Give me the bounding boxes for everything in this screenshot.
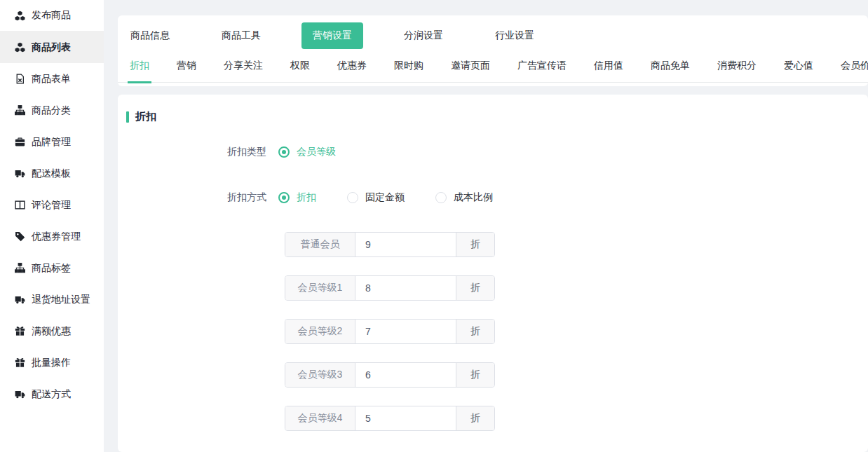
- cubes-icon: [15, 42, 25, 53]
- truck-icon: [15, 168, 25, 179]
- discount-type-option-会员等级[interactable]: 会员等级: [278, 146, 336, 158]
- sidebar-item-满额优惠[interactable]: 满额优惠: [0, 315, 104, 347]
- discount-panel: 折扣 折扣类型 会员等级 折扣方式 折扣固定金额成本比例 普通会员折会员等级1折…: [118, 95, 868, 452]
- secondary-tab-bar: 折扣营销分享关注权限优惠券限时购邀请页面广告宣传语信用值商品免单消费积分爱心值会…: [118, 49, 868, 83]
- sidebar-item-批量操作[interactable]: 批量操作: [0, 347, 104, 378]
- primary-tab-bar: 商品信息商品工具营销设置分润设置行业设置: [118, 15, 868, 49]
- sidebar-item-商品标签[interactable]: 商品标签: [0, 252, 104, 284]
- radio-label: 固定金额: [365, 191, 405, 204]
- subtab-邀请页面[interactable]: 邀请页面: [449, 54, 492, 83]
- section-header: 折扣: [126, 110, 868, 123]
- subtab-信用值[interactable]: 信用值: [592, 54, 625, 83]
- section-title: 折扣: [135, 110, 156, 123]
- discount-value-input[interactable]: [355, 233, 456, 256]
- unit-label: 折: [456, 363, 494, 387]
- discount-type-label: 折扣类型: [126, 146, 266, 158]
- sitemap-icon: [15, 263, 25, 273]
- level-name-label: 会员等级3: [285, 363, 355, 387]
- radio-icon[interactable]: [278, 146, 290, 158]
- radio-icon[interactable]: [347, 192, 358, 203]
- subtab-商品免单[interactable]: 商品免单: [649, 54, 692, 83]
- discount-mode-option-折扣[interactable]: 折扣: [278, 191, 316, 204]
- sidebar-item-label: 评论管理: [32, 199, 71, 212]
- sidebar-item-评论管理[interactable]: 评论管理: [0, 189, 104, 221]
- sidebar-item-label: 商品表单: [32, 73, 71, 85]
- gift-icon: [15, 326, 25, 336]
- sidebar: 发布商品商品列表商品表单商品分类品牌管理配送模板评论管理优惠券管理商品标签退货地…: [0, 0, 104, 452]
- sidebar-item-label: 退货地址设置: [32, 294, 90, 306]
- sidebar-item-label: 优惠券管理: [32, 231, 81, 243]
- radio-icon[interactable]: [435, 192, 447, 203]
- subtab-爱心值[interactable]: 爱心值: [782, 54, 815, 83]
- level-name-label: 会员等级1: [285, 276, 355, 300]
- sidebar-item-优惠券管理[interactable]: 优惠券管理: [0, 221, 104, 252]
- discount-type-row: 折扣类型 会员等级: [126, 146, 868, 158]
- level-name-label: 会员等级4: [285, 406, 355, 430]
- gift-icon: [15, 357, 25, 368]
- discount-level-row-会员等级3: 会员等级3折: [285, 362, 495, 388]
- discount-value-input[interactable]: [355, 406, 456, 430]
- sidebar-item-发布商品[interactable]: 发布商品: [0, 0, 104, 32]
- unit-label: 折: [456, 276, 494, 300]
- discount-level-row-会员等级4: 会员等级4折: [285, 406, 495, 431]
- subtab-分享关注[interactable]: 分享关注: [222, 54, 265, 83]
- tab-分润设置[interactable]: 分润设置: [404, 29, 443, 42]
- subtab-消费积分[interactable]: 消费积分: [715, 54, 759, 83]
- subtab-折扣[interactable]: 折扣: [128, 54, 151, 83]
- subtab-广告宣传语[interactable]: 广告宣传语: [515, 54, 569, 83]
- briefcase-icon: [15, 137, 25, 147]
- sidebar-item-label: 配送方式: [32, 388, 71, 401]
- sidebar-item-商品列表[interactable]: 商品列表: [0, 32, 104, 63]
- discount-level-row-会员等级2: 会员等级2折: [285, 319, 495, 344]
- radio-icon[interactable]: [278, 192, 290, 203]
- sidebar-item-商品表单[interactable]: 商品表单: [0, 63, 104, 95]
- sidebar-item-label: 发布商品: [32, 9, 71, 22]
- sidebar-item-配送方式[interactable]: 配送方式: [0, 378, 104, 410]
- level-name-label: 会员等级2: [285, 320, 355, 343]
- discount-value-input[interactable]: [355, 363, 456, 387]
- subtab-营销[interactable]: 营销: [175, 54, 198, 83]
- tabs-card: 商品信息商品工具营销设置分润设置行业设置 折扣营销分享关注权限优惠券限时购邀请页…: [118, 15, 868, 86]
- truck-icon: [15, 294, 25, 305]
- sidebar-item-label: 配送模板: [32, 167, 71, 180]
- unit-label: 折: [456, 233, 494, 256]
- discount-type-options: 会员等级: [278, 146, 367, 158]
- subtab-权限[interactable]: 权限: [288, 54, 312, 83]
- sitemap-icon: [15, 105, 25, 116]
- main-content: 商品信息商品工具营销设置分润设置行业设置 折扣营销分享关注权限优惠券限时购邀请页…: [118, 15, 868, 452]
- discount-value-input[interactable]: [355, 276, 456, 300]
- tag-icon: [15, 231, 25, 242]
- discount-mode-label: 折扣方式: [126, 191, 266, 204]
- sidebar-item-label: 商品列表: [32, 41, 71, 54]
- subtab-会员价[interactable]: 会员价: [839, 54, 868, 83]
- subtab-限时购[interactable]: 限时购: [392, 54, 426, 83]
- radio-label: 折扣: [297, 191, 316, 204]
- sidebar-item-退货地址设置[interactable]: 退货地址设置: [0, 284, 104, 315]
- sidebar-item-label: 商品标签: [32, 262, 71, 275]
- unit-label: 折: [456, 320, 494, 343]
- sidebar-item-配送模板[interactable]: 配送模板: [0, 158, 104, 189]
- tab-行业设置[interactable]: 行业设置: [495, 29, 534, 42]
- discount-value-input[interactable]: [355, 320, 456, 343]
- discount-mode-row: 折扣方式 折扣固定金额成本比例: [126, 191, 868, 204]
- radio-label: 会员等级: [297, 146, 336, 158]
- section-accent-bar: [126, 111, 129, 123]
- tab-商品信息[interactable]: 商品信息: [130, 29, 170, 42]
- file-icon: [15, 74, 25, 84]
- tab-商品工具[interactable]: 商品工具: [222, 29, 261, 42]
- sidebar-item-品牌管理[interactable]: 品牌管理: [0, 126, 104, 158]
- columns-icon: [15, 200, 25, 210]
- discount-level-row-普通会员: 普通会员折: [285, 232, 495, 257]
- sidebar-item-label: 商品分类: [32, 104, 71, 117]
- discount-level-row-会员等级1: 会员等级1折: [285, 275, 495, 301]
- radio-label: 成本比例: [454, 191, 493, 204]
- tab-营销设置[interactable]: 营销设置: [301, 22, 363, 49]
- discount-mode-option-成本比例[interactable]: 成本比例: [435, 191, 493, 204]
- cubes-icon: [15, 11, 25, 21]
- sidebar-item-label: 满额优惠: [32, 325, 71, 338]
- truck-icon: [15, 389, 25, 399]
- discount-mode-option-固定金额[interactable]: 固定金额: [347, 191, 405, 204]
- sidebar-item-商品分类[interactable]: 商品分类: [0, 95, 104, 126]
- subtab-优惠券[interactable]: 优惠券: [335, 54, 369, 83]
- discount-levels: 普通会员折会员等级1折会员等级2折会员等级3折会员等级4折: [285, 232, 868, 431]
